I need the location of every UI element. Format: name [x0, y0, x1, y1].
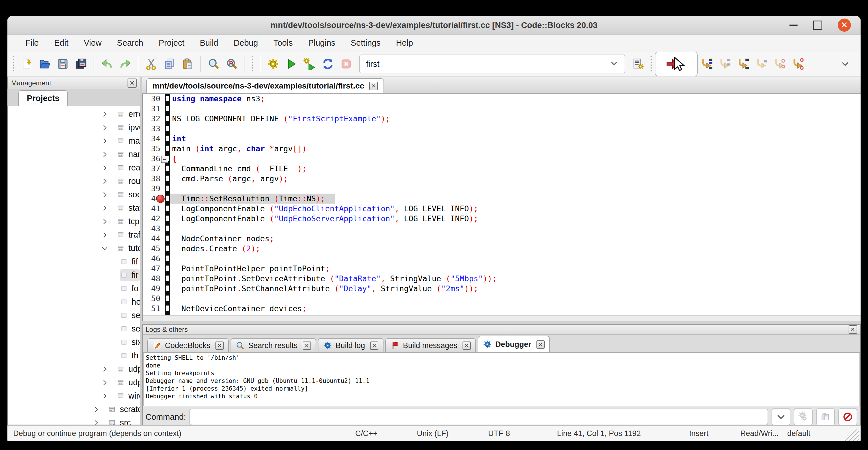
tree-item-se[interactable]: se — [8, 322, 140, 335]
menu-settings[interactable]: Settings — [343, 34, 389, 51]
log-tab-close-icon[interactable]: ✕ — [370, 341, 378, 350]
step-into-instruction-button[interactable] — [789, 55, 807, 73]
log-tab-debugger[interactable]: Debugger✕ — [478, 336, 550, 352]
tree-item-trafl[interactable]: trafl — [8, 228, 140, 242]
copy-button[interactable] — [160, 55, 179, 73]
menu-project[interactable]: Project — [151, 34, 192, 51]
chevron-right-icon[interactable] — [101, 392, 108, 400]
log-tab-code-blocks[interactable]: Code::Blocks✕ — [147, 338, 229, 352]
editor-tab-first-cc[interactable]: mnt/dev/tools/source/ns-3-dev/examples/t… — [146, 78, 384, 93]
replace-button[interactable]: R — [223, 55, 241, 73]
debug-toolbar-grip[interactable] — [650, 55, 653, 73]
tree-item-udp[interactable]: udp — [8, 362, 140, 376]
tree-item-fir[interactable]: fir — [8, 268, 140, 282]
tree-item-stat[interactable]: stat — [8, 201, 140, 215]
maximize-icon[interactable] — [813, 21, 823, 30]
tree-item-nam[interactable]: nam — [8, 148, 140, 161]
menu-debug[interactable]: Debug — [226, 34, 266, 51]
breakpoint-margin[interactable] — [165, 303, 170, 313]
code-editor[interactable]: 30using namespace ns3;3132NS_LOG_COMPONE… — [142, 94, 861, 315]
project-tree[interactable]: erroipv6matnamreallroutsockstattcptraflt… — [7, 106, 141, 425]
menu-plugins[interactable]: Plugins — [301, 34, 343, 51]
undo-button[interactable] — [98, 55, 116, 73]
chevron-right-icon[interactable] — [101, 164, 108, 172]
resize-grip[interactable] — [843, 427, 859, 441]
breakpoint-margin[interactable] — [165, 133, 170, 144]
tree-item-sock[interactable]: sock — [8, 188, 140, 201]
chevron-right-icon[interactable] — [101, 365, 108, 373]
new-file-button[interactable] — [17, 55, 35, 73]
tree-item-he[interactable]: he — [8, 295, 140, 309]
menu-build[interactable]: Build — [192, 34, 226, 51]
breakpoint-margin[interactable] — [165, 103, 170, 114]
step-into-button[interactable] — [734, 55, 752, 73]
chevron-right-icon[interactable] — [101, 111, 108, 118]
chevron-right-icon[interactable] — [92, 406, 100, 413]
menu-search[interactable]: Search — [109, 34, 151, 51]
tree-item-udp-[interactable]: udp- — [8, 376, 140, 389]
tree-item-fo[interactable]: fo — [8, 282, 140, 295]
breakpoint-margin[interactable] — [165, 223, 170, 234]
redo-button[interactable] — [116, 55, 134, 73]
debug-continue-button[interactable] — [655, 52, 698, 76]
log-tab-build-messages[interactable]: Build messages✕ — [385, 338, 476, 352]
build-target-combo[interactable]: first — [359, 55, 625, 73]
abort-build-button[interactable] — [337, 55, 355, 73]
breakpoint-margin[interactable] — [165, 244, 170, 253]
title-bar[interactable]: mnt/dev/tools/source/ns-3-dev/examples/t… — [7, 16, 861, 34]
management-close-icon[interactable]: ✕ — [128, 79, 137, 88]
chevron-right-icon[interactable] — [92, 419, 100, 425]
toolbar-grip[interactable] — [12, 55, 15, 73]
breakpoint-margin[interactable] — [165, 204, 170, 214]
tree-item-mat[interactable]: mat — [8, 134, 140, 148]
debugging-windows-button[interactable] — [629, 55, 647, 73]
close-icon[interactable]: ✕ — [838, 19, 851, 32]
log-tab-close-icon[interactable]: ✕ — [536, 340, 545, 349]
run-button[interactable] — [282, 55, 301, 73]
tree-item-scratch[interactable]: scratch — [8, 402, 140, 416]
breakpoint-margin[interactable] — [165, 214, 170, 223]
breakpoint-margin[interactable] — [165, 163, 170, 174]
step-out-button[interactable] — [752, 55, 771, 73]
chevron-right-icon[interactable] — [101, 231, 108, 239]
menu-tools[interactable]: Tools — [266, 34, 301, 51]
chevron-down-icon[interactable] — [101, 245, 108, 252]
rebuild-button[interactable] — [319, 55, 337, 73]
tree-item-wire[interactable]: wire — [8, 389, 140, 402]
save-all-button[interactable] — [72, 55, 90, 73]
menu-edit[interactable]: Edit — [46, 34, 76, 51]
tree-item-th[interactable]: th — [8, 349, 140, 362]
breakpoint-margin[interactable] — [165, 234, 170, 244]
panel-splitter[interactable] — [142, 321, 861, 324]
log-tab-close-icon[interactable]: ✕ — [463, 341, 471, 350]
breakpoint-margin[interactable] — [165, 313, 170, 315]
breakpoint-margin[interactable] — [165, 124, 170, 133]
horizontal-scrollbar[interactable] — [142, 315, 861, 321]
chevron-right-icon[interactable] — [101, 379, 108, 386]
breakpoint-margin[interactable] — [165, 283, 170, 294]
breakpoint-margin[interactable] — [165, 253, 170, 264]
tree-item-se[interactable]: se — [8, 309, 140, 322]
chevron-right-icon[interactable] — [101, 124, 108, 131]
breakpoint-margin[interactable] — [165, 144, 170, 154]
chevron-right-icon[interactable] — [101, 137, 108, 145]
menu-help[interactable]: Help — [389, 34, 421, 51]
run-to-cursor-button[interactable] — [698, 55, 716, 73]
tree-item-fif[interactable]: fif — [8, 255, 140, 268]
tree-item-reall[interactable]: reall — [8, 161, 140, 175]
log-tab-close-icon[interactable]: ✕ — [303, 341, 311, 350]
breakpoint-margin[interactable] — [165, 264, 170, 274]
tree-item-tuto[interactable]: tuto — [8, 242, 140, 255]
tree-item-ipv6[interactable]: ipv6 — [8, 121, 140, 134]
command-input[interactable] — [189, 409, 768, 425]
editor-tab-close-icon[interactable]: ✕ — [369, 82, 378, 90]
build-button[interactable] — [264, 55, 282, 73]
tree-item-six[interactable]: six — [8, 335, 140, 349]
chevron-right-icon[interactable] — [101, 218, 108, 225]
breakpoint-margin[interactable] — [165, 174, 170, 184]
breakpoint-margin[interactable] — [165, 94, 170, 103]
log-tab-search-results[interactable]: Search results✕ — [230, 338, 316, 352]
fold-collapse-icon[interactable] — [161, 156, 168, 163]
toolbar-overflow-button[interactable] — [836, 55, 854, 73]
menu-file[interactable]: File — [18, 34, 46, 51]
